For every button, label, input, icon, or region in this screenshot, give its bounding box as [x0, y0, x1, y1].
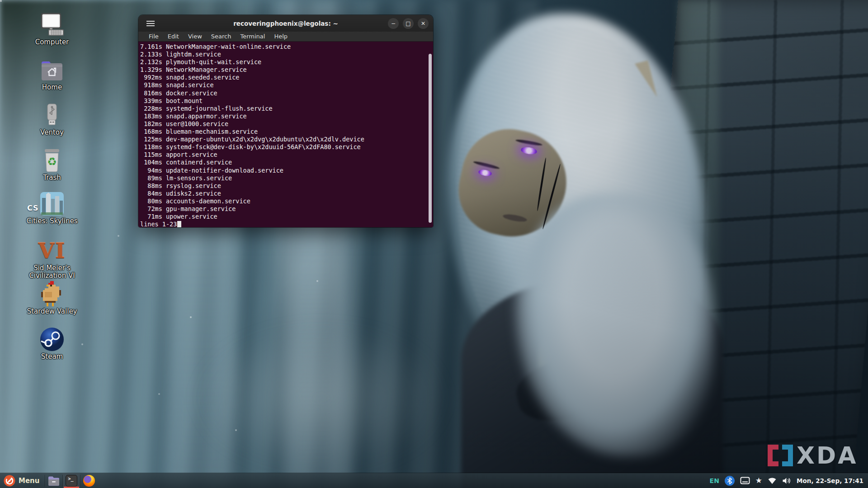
- pager-status-line: lines 1-23: [140, 221, 433, 227]
- steam-icon: [23, 325, 81, 352]
- stardew-valley-chicken-icon: [23, 280, 81, 306]
- cities-skylines-badge: CS: [27, 204, 39, 212]
- wallpaper-layer: [0, 0, 868, 488]
- terminal-output-line: 183mssnapd.apparmor.service: [140, 113, 433, 120]
- civilization-vi-icon: VI: [23, 237, 81, 263]
- hamburger-menu-icon[interactable]: [146, 21, 155, 26]
- desktop-icon-label: Steam: [23, 353, 81, 361]
- menu-item-edit[interactable]: Edit: [164, 33, 183, 40]
- desktop-icon-label: Cities: Skylines: [23, 217, 81, 225]
- terminal-output-line: 339msboot.mount: [140, 97, 433, 105]
- terminal-output-line: 71msupower.service: [140, 213, 433, 221]
- terminal-output-line: 992mssnapd.seeded.service: [140, 74, 433, 81]
- terminal-output-line: 88msrsyslog.service: [140, 182, 433, 190]
- desktop-icon-steam[interactable]: Steam: [23, 325, 81, 361]
- desktop-icon-civilization-vi[interactable]: VI Sid Meier's Civilization VI: [23, 237, 81, 280]
- trash-icon: ♻: [23, 146, 81, 173]
- terminal-output-line: 168msblueman-mechanism.service: [140, 128, 433, 136]
- usb-drive-icon: [23, 101, 81, 127]
- terminal-output-line: 182msuser@1000.service: [140, 120, 433, 128]
- xda-bracket-right-icon: [782, 445, 793, 466]
- firefox-launcher[interactable]: [80, 473, 98, 488]
- close-button[interactable]: ✕: [418, 18, 429, 29]
- desktop-icon-label: Home: [23, 84, 81, 91]
- terminal-output-line: 118mssystemd-fsck@dev-disk-by\x2duuid-56…: [140, 143, 433, 151]
- terminal-output-line: 816msdocker.service: [140, 89, 433, 97]
- terminal-output-line: 89mslm-sensors.service: [140, 174, 433, 182]
- terminal-output: 7.161sNetworkManager-wait-online.service…: [140, 43, 433, 221]
- xda-watermark-text: XDA: [797, 444, 858, 467]
- desktop-icon-computer[interactable]: Computer: [23, 11, 81, 46]
- file-manager-launcher[interactable]: [45, 473, 62, 488]
- bluetooth-icon[interactable]: [725, 476, 735, 486]
- civilization-vi-glyph: VI: [38, 239, 66, 263]
- terminal-icon: >_: [66, 475, 77, 487]
- home-folder-icon: [23, 56, 81, 82]
- terminal-output-line: 2.133slightdm.service: [140, 51, 433, 58]
- system-tray: EN ★ Mon, 22-Sep, 17:41: [710, 476, 868, 486]
- terminal-output-line: 1.329sNetworkManager.service: [140, 66, 433, 74]
- terminal-output-line: 125msdev-mapper-ubuntu\x2d\x2dvg\x2dubun…: [140, 136, 433, 143]
- terminal-output-line: 918mssnapd.service: [140, 81, 433, 89]
- file-manager-icon: [48, 476, 60, 486]
- keyboard-layout-indicator[interactable]: EN: [710, 477, 719, 484]
- terminal-window: recoveringphoenix@legolas: ~ − □ ✕ File …: [138, 15, 433, 227]
- desktop-icon-label: Sid Meier's Civilization VI: [23, 264, 81, 280]
- clock[interactable]: Mon, 22-Sep, 17:41: [797, 477, 863, 484]
- menu-item-terminal[interactable]: Terminal: [236, 33, 269, 40]
- menu-item-view[interactable]: View: [184, 33, 206, 40]
- desktop-icon-ventoy[interactable]: Ventoy: [23, 101, 81, 136]
- desktop-icon-label: Stardew Valley: [23, 308, 81, 315]
- menu-item-search[interactable]: Search: [207, 33, 236, 40]
- menu-item-help[interactable]: Help: [270, 33, 292, 40]
- menu-button-label: Menu: [19, 477, 39, 485]
- terminal-output-line: 84msudisks2.service: [140, 190, 433, 197]
- terminal-scrollbar[interactable]: [429, 54, 432, 223]
- desktop-icon-label: Trash: [23, 174, 81, 182]
- xda-bracket-left-icon: [768, 445, 778, 466]
- desktop-icon-label: Computer: [23, 38, 81, 46]
- terminal-output-line: 228mssystemd-journal-flush.service: [140, 105, 433, 113]
- firefox-icon: [83, 475, 95, 487]
- pager-status-text: lines 1-23: [140, 221, 177, 227]
- desktop-icon-trash[interactable]: ♻ Trash: [23, 146, 81, 182]
- terminal-output-line: 7.161sNetworkManager-wait-online.service: [140, 43, 433, 51]
- terminal-menubar: File Edit View Search Terminal Help: [138, 32, 433, 42]
- terminal-output-area[interactable]: 7.161sNetworkManager-wait-online.service…: [138, 42, 433, 227]
- touchpad-icon[interactable]: [740, 477, 750, 484]
- volume-icon[interactable]: [782, 477, 791, 484]
- taskbar: Menu >_ EN ★ Mon: [0, 473, 868, 488]
- computer-icon: [23, 11, 81, 37]
- terminal-output-line: 115msapport.service: [140, 151, 433, 159]
- menu-button[interactable]: Menu: [0, 473, 45, 488]
- terminal-output-line: 2.132splymouth-quit-wait.service: [140, 58, 433, 66]
- minimize-button[interactable]: −: [388, 18, 399, 29]
- desktop-icon-label: Ventoy: [23, 129, 81, 136]
- terminal-launcher[interactable]: >_: [63, 473, 80, 488]
- terminal-output-line: 80msaccounts-daemon.service: [140, 197, 433, 205]
- svg-text:♻: ♻: [47, 155, 57, 168]
- desktop-icon-stardew-valley[interactable]: Stardew Valley: [23, 280, 81, 315]
- xda-watermark: XDA: [768, 444, 858, 467]
- wallpaper: [0, 0, 868, 488]
- menu-item-file[interactable]: File: [145, 33, 163, 40]
- terminal-output-line: 94msupdate-notifier-download.service: [140, 167, 433, 174]
- star-tray-icon[interactable]: ★: [755, 477, 762, 484]
- distro-logo-icon: [4, 475, 15, 487]
- desktop-icon-home[interactable]: Home: [23, 56, 81, 91]
- terminal-output-line: 104mscontainerd.service: [140, 159, 433, 166]
- desktop-icon-cities-skylines[interactable]: CS Cities: Skylines: [23, 190, 81, 225]
- terminal-output-line: 72msgpu-manager.service: [140, 205, 433, 213]
- cities-skylines-icon: CS: [23, 190, 81, 216]
- terminal-titlebar[interactable]: recoveringphoenix@legolas: ~ − □ ✕: [138, 15, 433, 32]
- wifi-icon[interactable]: [768, 477, 777, 484]
- terminal-cursor: [177, 221, 181, 227]
- maximize-button[interactable]: □: [403, 18, 414, 29]
